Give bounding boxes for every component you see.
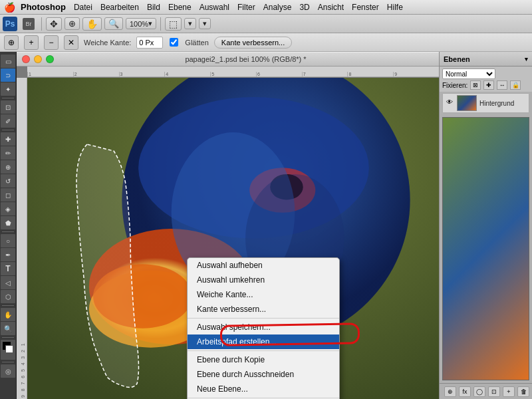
menu-hilfe[interactable]: Hilfe xyxy=(387,3,403,12)
traffic-light-max[interactable] xyxy=(46,55,54,63)
add-mask-btn[interactable]: ◯ xyxy=(473,386,485,397)
zoom-level-btn[interactable]: 100% ▾ xyxy=(126,18,156,29)
ctx-weiche-kante[interactable]: Weiche Kante... xyxy=(188,287,339,302)
magic-wand-tool[interactable]: ✦ xyxy=(1,82,15,96)
toolbar-sep1 xyxy=(41,17,42,31)
menu-ebene[interactable]: Ebene xyxy=(168,3,192,12)
menu-bild[interactable]: Bild xyxy=(147,3,160,12)
canvas-area: papagei2_1.psd bei 100% (RGB/8*) * 1 2 3… xyxy=(17,52,439,399)
zoom-dropdown-arrow: ▾ xyxy=(148,19,152,28)
ctx-kante-verbessern[interactable]: Kante verbessern... xyxy=(188,302,339,317)
toolbar-sep2 xyxy=(160,17,161,31)
lasso-tool[interactable]: ⊃ xyxy=(1,68,15,82)
layers-title: Ebenen xyxy=(444,55,470,63)
selection-tool[interactable]: ▭ xyxy=(1,55,15,68)
traffic-light-close[interactable] xyxy=(22,55,30,63)
tool-intersect-icon[interactable]: ✕ xyxy=(64,35,78,50)
history-tool[interactable]: ↺ xyxy=(1,174,15,188)
color-swatches[interactable] xyxy=(1,340,15,360)
zoom-level-label: 100% xyxy=(130,20,148,28)
menu-items: Datei Bearbeiten Bild Ebene Auswahl Filt… xyxy=(74,3,403,12)
new-group-btn[interactable]: ⊡ xyxy=(488,386,500,397)
delete-layer-btn[interactable]: 🗑 xyxy=(517,386,529,397)
br-icon[interactable]: Br xyxy=(23,18,35,30)
menu-bearbeiten[interactable]: Bearbeiten xyxy=(100,3,139,12)
stamp-tool[interactable]: ⊕ xyxy=(1,160,15,174)
eraser-tool[interactable]: ◻ xyxy=(1,188,15,201)
ctx-arbeitspfad-erstellen[interactable]: Arbeitspfad erstellen... xyxy=(188,334,339,349)
quick-mask-tool[interactable]: ◎ xyxy=(1,364,15,378)
options-bar: ⊕ + − ✕ Weiche Kante: Glätten Kante verb… xyxy=(0,33,532,52)
heal-tool[interactable]: ✚ xyxy=(1,132,15,146)
menu-ansicht[interactable]: Ansicht xyxy=(318,3,344,12)
panel-collapse-icon[interactable]: ▾ xyxy=(525,56,528,63)
zoom-tool-btn[interactable]: 🔍 xyxy=(104,17,123,30)
weiche-kante-input[interactable] xyxy=(136,37,163,49)
pen-tool[interactable]: ✒ xyxy=(1,248,15,261)
window-titlebar: papagei2_1.psd bei 100% (RGB/8*) * xyxy=(17,52,439,66)
ctx-ebene-kopie[interactable]: Ebene durch Kopie xyxy=(188,352,339,367)
fixieren-row: Fixieren: ⊠ ✚ ↔ 🔒 xyxy=(442,80,529,90)
menu-datei[interactable]: Datei xyxy=(74,3,92,12)
fix-btn4[interactable]: 🔒 xyxy=(510,80,521,90)
blur-tool[interactable]: ⬟ xyxy=(1,216,15,229)
hand-tool[interactable]: ✋ xyxy=(1,308,15,321)
layer-item-hintergrund[interactable]: 👁 Hintergrund xyxy=(442,93,529,113)
ctx-auswahl-umkehren[interactable]: Auswahl umkehren xyxy=(188,273,339,287)
brush-tool[interactable]: ✏ xyxy=(1,146,15,160)
menu-analyse[interactable]: Analyse xyxy=(263,3,292,12)
ruler-horizontal: 1 2 3 4 5 6 7 8 9 xyxy=(27,66,439,77)
ctx-neue-ebene[interactable]: Neue Ebene... xyxy=(188,382,339,396)
svg-point-9 xyxy=(93,264,192,329)
layer-name: Hintergrund xyxy=(479,100,514,107)
menu-fenster[interactable]: Fenster xyxy=(352,3,379,12)
kante-verbessern-button[interactable]: Kante verbessern... xyxy=(214,37,292,49)
ctx-sep3 xyxy=(188,398,339,398)
tool-mode-icon[interactable]: ⊕ xyxy=(4,35,19,50)
shape-tool[interactable]: ⬡ xyxy=(1,290,15,303)
menu-3d[interactable]: 3D xyxy=(299,3,309,12)
ctx-sep2 xyxy=(188,350,339,351)
fix-btn1[interactable]: ⊠ xyxy=(470,80,481,90)
dodge-tool[interactable]: ○ xyxy=(1,234,15,247)
blend-mode-row: Normal xyxy=(442,68,529,79)
ps-icon: Ps xyxy=(3,17,17,31)
extra-tool1[interactable]: ⬚ xyxy=(165,17,182,31)
eyedropper-tool[interactable]: ✐ xyxy=(1,114,15,128)
crop-tool[interactable]: ⊡ xyxy=(1,100,15,114)
ctx-ebene-ausschneiden[interactable]: Ebene durch Ausschneiden xyxy=(188,367,339,382)
fixieren-label: Fixieren: xyxy=(442,82,467,89)
ctx-auswahl-speichern[interactable]: Auswahl speichern... xyxy=(188,320,339,334)
path-select-tool[interactable]: ◁ xyxy=(1,276,15,289)
text-tool[interactable]: T xyxy=(1,262,15,275)
hand-tool-btn[interactable]: ✋ xyxy=(82,17,102,31)
traffic-light-min[interactable] xyxy=(34,55,42,63)
new-layer-btn[interactable]: + xyxy=(503,386,515,397)
gradient-tool[interactable]: ◈ xyxy=(1,202,15,215)
lasso-tool-btn[interactable]: ⊕ xyxy=(65,17,80,30)
blend-mode-dropdown[interactable]: Normal xyxy=(442,68,495,79)
menu-bar: 🍎 Photoshop Datei Bearbeiten Bild Ebene … xyxy=(0,0,532,15)
glatten-checkbox[interactable] xyxy=(170,38,178,47)
canvas-content: Auswahl aufheben Auswahl umkehren Weiche… xyxy=(27,78,439,399)
menu-filter[interactable]: Filter xyxy=(237,3,255,12)
link-layers-btn[interactable]: ⊕ xyxy=(444,386,456,397)
move-tool-btn[interactable]: ✥ xyxy=(46,17,62,31)
menu-auswahl[interactable]: Auswahl xyxy=(200,3,229,12)
ctx-auswahl-aufheben[interactable]: Auswahl aufheben xyxy=(188,258,339,273)
layer-thumbnail xyxy=(457,95,477,111)
extra-tool3[interactable]: ▾ xyxy=(199,18,211,29)
fix-btn2[interactable]: ✚ xyxy=(483,80,494,90)
apple-menu[interactable]: 🍎 xyxy=(4,2,15,13)
fx-btn[interactable]: fx xyxy=(459,386,471,397)
window-title: papagei2_1.psd bei 100% (RGB/8*) * xyxy=(58,55,434,63)
zoom-tool[interactable]: 🔍 xyxy=(1,322,15,335)
tool-sub-icon[interactable]: − xyxy=(44,35,59,50)
extra-tool2[interactable]: ▾ xyxy=(184,18,196,29)
fix-btn3[interactable]: ↔ xyxy=(497,80,507,90)
tool-add-icon[interactable]: + xyxy=(24,35,39,50)
context-menu: Auswahl aufheben Auswahl umkehren Weiche… xyxy=(187,257,340,399)
layer-visibility-eye[interactable]: 👁 xyxy=(445,98,454,108)
layers-preview-area xyxy=(442,117,529,380)
layers-footer: ⊕ fx ◯ ⊡ + 🗑 xyxy=(440,383,532,399)
